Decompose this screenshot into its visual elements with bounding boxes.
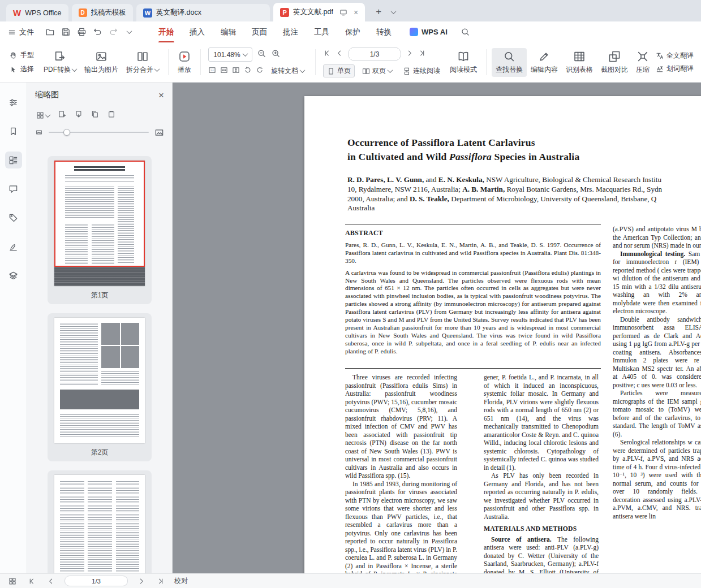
menu-tab-convert[interactable]: 转换 (375, 25, 393, 40)
hand-tool-button[interactable]: 手型 (9, 50, 34, 60)
next-page-button[interactable] (136, 576, 147, 587)
tab-word-label: 英文翻译.docx (156, 8, 201, 18)
menu-tab-page[interactable]: 页面 (251, 25, 268, 40)
page-thumbnail-1[interactable] (54, 161, 145, 286)
play-button[interactable]: 播放 (174, 48, 195, 77)
view-mode-button[interactable] (36, 111, 50, 119)
wps-ai-icon (410, 28, 418, 36)
more-commands-chevron[interactable] (122, 25, 136, 39)
paper-title-line-1: Occurrence of Passiflora Latent Carlavir… (347, 136, 579, 150)
tab-wps-office[interactable]: W WPS Office (6, 4, 68, 21)
page-thumbnail-3[interactable] (54, 475, 145, 573)
redo-icon[interactable] (106, 25, 120, 39)
first-page-button[interactable] (26, 576, 37, 587)
file-menu-label: 文件 (19, 27, 34, 37)
menu-tab-edit[interactable]: 编辑 (220, 25, 237, 40)
copy-page-button[interactable] (91, 110, 99, 120)
rotate-right-button[interactable] (256, 66, 264, 76)
menu-tab-insert[interactable]: 插入 (188, 25, 206, 40)
thumb-offscreen-shade (54, 267, 145, 286)
extract-page-button[interactable] (75, 110, 83, 120)
wps-ai-button[interactable]: WPS AI (410, 28, 448, 36)
search-icon[interactable] (459, 25, 472, 39)
rotate-doc-button[interactable]: 旋转文档 (268, 65, 308, 77)
page-thumbnail-2[interactable] (54, 318, 145, 443)
find-replace-button[interactable]: 查找替换 (492, 48, 527, 77)
split-merge-button[interactable]: 拆分合并 (122, 48, 163, 77)
proofread-button[interactable]: 校对 (174, 576, 188, 586)
page-number-input[interactable]: 1/3 (64, 576, 128, 586)
word-translate-button[interactable]: 划词翻译 (656, 64, 694, 74)
fit-page-icon (232, 66, 240, 74)
single-page-button[interactable]: 单页 (323, 64, 355, 77)
bookmark-panel-button[interactable] (5, 123, 22, 140)
grid-view-icon (36, 111, 44, 119)
slider-knob[interactable] (63, 129, 70, 136)
prev-page-button[interactable] (336, 49, 343, 59)
small-image-icon (35, 128, 43, 136)
tab-pdf-document[interactable]: P 英文文献.pdf × (273, 3, 365, 21)
paste-page-button[interactable] (107, 110, 115, 120)
thumbnail-toolbar (27, 107, 172, 123)
undo-icon[interactable] (91, 25, 104, 39)
open-file-icon[interactable] (43, 25, 57, 39)
ribbon-divider (315, 49, 316, 75)
comment-panel-button[interactable] (5, 180, 22, 197)
fit-width-button[interactable] (220, 66, 228, 76)
pointer-tools-group: 手型 选择 (9, 50, 34, 74)
last-page-button[interactable] (418, 49, 426, 59)
page-number-input[interactable]: 1/3 (348, 47, 401, 61)
menu-tab-protect[interactable]: 保护 (344, 25, 362, 40)
close-tab-icon[interactable]: × (354, 8, 358, 17)
close-panel-icon[interactable]: × (158, 90, 164, 100)
compress-button[interactable]: 压缩 (632, 48, 653, 77)
export-image-button[interactable]: 输出为图片 (80, 48, 122, 77)
zoom-out-button[interactable] (257, 49, 266, 60)
annotate-panel-button[interactable] (5, 238, 22, 255)
zoom-in-button[interactable] (271, 49, 281, 60)
first-page-button[interactable] (323, 49, 331, 59)
last-page-button[interactable] (155, 576, 166, 587)
screenshot-compare-button[interactable]: 截图对比 (597, 48, 632, 77)
slider-track[interactable] (49, 132, 149, 133)
thumbnail-panel-button[interactable] (5, 152, 22, 168)
document-view-area[interactable]: Occurrence of Passiflora Latent Carlavir… (173, 83, 701, 573)
menu-tab-tools[interactable]: 工具 (313, 25, 330, 40)
thumbnail-list[interactable]: 第1页 第2页 第3页 (27, 144, 172, 573)
thumb-text-block (60, 481, 84, 573)
rotate-left-button[interactable] (244, 66, 252, 76)
file-menu-button[interactable]: 文件 (8, 27, 34, 37)
tag-panel-button[interactable] (5, 209, 22, 226)
thumbnail-card-3[interactable]: 第3页 (48, 470, 152, 573)
select-tool-button[interactable]: 选择 (9, 64, 34, 74)
zoom-level-select[interactable]: 101.48% (208, 47, 252, 62)
double-page-icon (362, 67, 370, 75)
thumbnail-card-2[interactable]: 第2页 (48, 313, 152, 461)
tab-list-chevron[interactable] (387, 5, 399, 19)
layers-panel-button[interactable] (5, 267, 22, 284)
double-page-button[interactable]: 双页 (359, 65, 395, 77)
menu-tab-comment[interactable]: 批注 (282, 25, 299, 40)
thumbnail-view-toggle[interactable] (7, 576, 18, 587)
menu-tab-home[interactable]: 开始 (157, 25, 175, 40)
tab-docer-template[interactable]: D 找稿壳模板 (72, 4, 134, 21)
present-screen-icon[interactable] (339, 8, 347, 16)
thumbnail-card-1[interactable]: 第1页 (48, 156, 152, 304)
read-mode-button[interactable]: 阅读模式 (446, 48, 481, 77)
fit-page-button[interactable] (232, 66, 240, 76)
edit-content-button[interactable]: 编辑内容 (527, 48, 562, 77)
tab-word-document[interactable]: W 英文翻译.docx (136, 4, 270, 21)
save-icon[interactable] (59, 25, 72, 39)
prev-page-button[interactable] (45, 576, 57, 587)
outline-panel-button[interactable] (5, 94, 22, 111)
actual-size-button[interactable]: 1:1 (208, 66, 216, 76)
pdf-convert-button[interactable]: PDF转换 (40, 48, 80, 77)
recognize-table-button[interactable]: 识别表格 (562, 48, 597, 77)
new-tab-button[interactable]: + (371, 5, 386, 19)
full-translate-button[interactable]: 全文翻译 (656, 51, 694, 60)
continuous-read-button[interactable]: 连续阅读 (399, 65, 444, 77)
insert-page-button[interactable] (58, 110, 66, 120)
tune-icon (8, 98, 18, 107)
next-page-button[interactable] (406, 49, 414, 59)
print-icon[interactable] (75, 25, 88, 39)
